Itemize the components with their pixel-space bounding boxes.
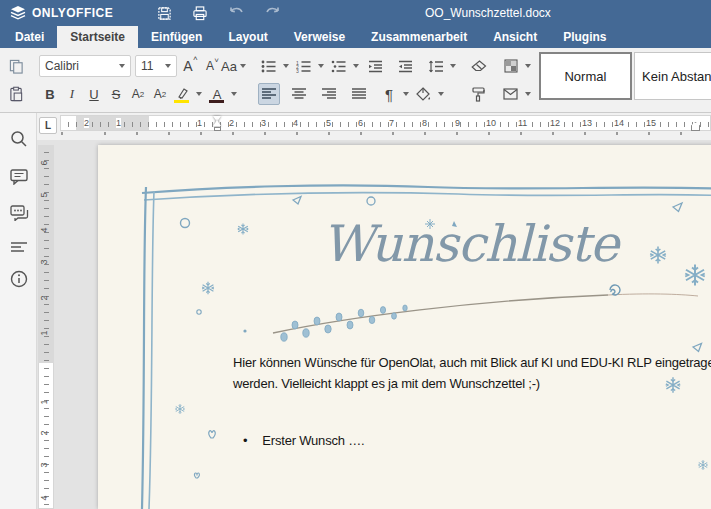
chevron-down-icon[interactable] (525, 92, 531, 96)
subscript-button[interactable]: A2 (149, 83, 171, 105)
print-button[interactable] (191, 4, 209, 22)
numbered-list-button[interactable]: 123 (293, 55, 315, 77)
highlight-color-button[interactable] (171, 83, 193, 105)
underline-button[interactable]: U (83, 83, 105, 105)
chevron-down-icon[interactable] (231, 92, 237, 96)
chevron-down-icon[interactable] (353, 64, 359, 68)
tab-verweise[interactable]: Verweise (281, 26, 358, 48)
ruler-number: 1 (197, 118, 202, 128)
color-scheme-button[interactable] (500, 55, 522, 77)
ruler-number: 2 (84, 118, 89, 128)
ruler-number: 9 (455, 118, 460, 128)
change-case-button[interactable]: Aa (221, 55, 246, 77)
superscript-button[interactable]: A2 (127, 83, 149, 105)
vertical-ruler[interactable]: 6543211234 (38, 145, 55, 509)
strikethrough-button[interactable]: S (105, 83, 127, 105)
italic-button[interactable]: I (61, 83, 83, 105)
search-icon[interactable] (7, 127, 31, 151)
font-color-bar (209, 100, 224, 103)
document-heading: Wunschliste (310, 215, 630, 273)
decrease-font-button[interactable]: A˅ (199, 55, 221, 77)
document-paragraph: Hier können Wünsche für OpenOlat, auch m… (233, 352, 711, 394)
align-center-button[interactable] (288, 83, 310, 105)
document-bullet-item: • Erster Wunsch …. (243, 433, 364, 448)
ruler-number: 5 (326, 118, 331, 128)
tab-datei[interactable]: Datei (2, 26, 57, 48)
bullet-list-button[interactable] (258, 55, 280, 77)
title-bar: ONLYOFFICE OO_Wunschzettel.docx (0, 0, 711, 26)
tab-einfügen[interactable]: Einfügen (138, 26, 215, 48)
increase-font-button[interactable]: A˄ (177, 55, 199, 77)
document-page[interactable]: Wunschliste Hier können Wünsche für Open… (98, 145, 711, 509)
default-tab-stops (60, 132, 711, 137)
tab-ansicht[interactable]: Ansicht (480, 26, 550, 48)
document-title: OO_Wunschzettel.docx (425, 0, 551, 26)
ruler-number: 4 (293, 118, 298, 128)
redo-button[interactable] (263, 4, 281, 22)
copy-button[interactable] (5, 55, 27, 77)
tab-zusammenarbeit[interactable]: Zusammenarbeit (358, 26, 480, 48)
ribbon-tab-bar: DateiStartseiteEinfügenLayoutVerweiseZus… (0, 26, 711, 48)
chevron-down-icon[interactable] (450, 64, 456, 68)
chevron-down-icon[interactable] (318, 64, 324, 68)
onlyoffice-logo-icon (10, 6, 26, 20)
horizontal-ruler[interactable]: 21123456789101112131415 (60, 115, 711, 131)
mail-merge-button[interactable] (500, 83, 522, 105)
justify-button[interactable] (348, 83, 370, 105)
save-button[interactable] (155, 4, 173, 22)
decrease-indent-button[interactable] (365, 55, 387, 77)
align-left-button[interactable] (258, 83, 280, 105)
nonprinting-characters-button[interactable]: ¶ (378, 83, 400, 105)
copy-style-button[interactable] (468, 83, 490, 105)
chevron-down-icon[interactable] (525, 64, 531, 68)
navigation-icon[interactable] (7, 235, 31, 259)
ruler-number: 13 (582, 118, 592, 128)
ruler-number: 2 (39, 295, 49, 300)
ruler-number: 1 (39, 399, 49, 404)
clear-style-button[interactable] (468, 55, 490, 77)
align-right-button[interactable] (318, 83, 340, 105)
logo-text: ONLYOFFICE (32, 6, 113, 20)
tab-layout[interactable]: Layout (215, 26, 280, 48)
chevron-down-icon (165, 64, 171, 68)
style-kein-abstand[interactable]: Kein Abstand (634, 52, 711, 100)
multilevel-list-button[interactable] (328, 55, 350, 77)
bullet-text: Erster Wunsch …. (262, 433, 364, 448)
ruler-number: 8 (422, 118, 427, 128)
chevron-down-icon[interactable] (283, 64, 289, 68)
style-normal[interactable]: Normal (539, 52, 632, 100)
left-indent-marker[interactable] (214, 127, 221, 131)
ruler-row: L 21123456789101112131415 (37, 113, 711, 140)
paste-button[interactable] (5, 83, 27, 105)
chevron-down-icon[interactable] (403, 92, 409, 96)
about-icon[interactable] (7, 267, 31, 291)
wishlist-border-doodle (98, 145, 711, 509)
svg-text:3: 3 (296, 68, 299, 73)
chevron-down-icon (119, 64, 125, 68)
left-panel (0, 113, 37, 509)
ruler-number: 1 (39, 330, 49, 335)
undo-button[interactable] (227, 4, 245, 22)
increase-indent-button[interactable] (395, 55, 417, 77)
ruler-number: 10 (486, 118, 496, 128)
document-workspace[interactable]: Wunschliste Hier können Wünsche für Open… (55, 140, 711, 509)
comment-icon[interactable] (7, 165, 31, 189)
chevron-down-icon[interactable] (438, 92, 444, 96)
hanging-indent-marker[interactable] (213, 120, 221, 126)
font-color-button[interactable]: A (206, 83, 228, 105)
ruler-ticks (61, 122, 710, 127)
ruler-number: 5 (39, 192, 49, 197)
tab-startseite[interactable]: Startseite (57, 26, 138, 48)
tab-plugins[interactable]: Plugins (550, 26, 619, 48)
line-spacing-button[interactable] (425, 55, 447, 77)
shading-button[interactable] (413, 83, 435, 105)
ruler-number: 7 (389, 118, 394, 128)
chevron-down-icon[interactable] (196, 92, 202, 96)
font-name-select[interactable]: Calibri (39, 55, 131, 77)
ruler-number: 11 (518, 118, 527, 128)
chat-icon[interactable] (7, 201, 31, 225)
ruler-number: 2 (39, 430, 49, 435)
bold-button[interactable]: B (39, 83, 61, 105)
font-size-select[interactable]: 11 (135, 55, 177, 77)
tab-stop-selector[interactable]: L (39, 117, 57, 134)
